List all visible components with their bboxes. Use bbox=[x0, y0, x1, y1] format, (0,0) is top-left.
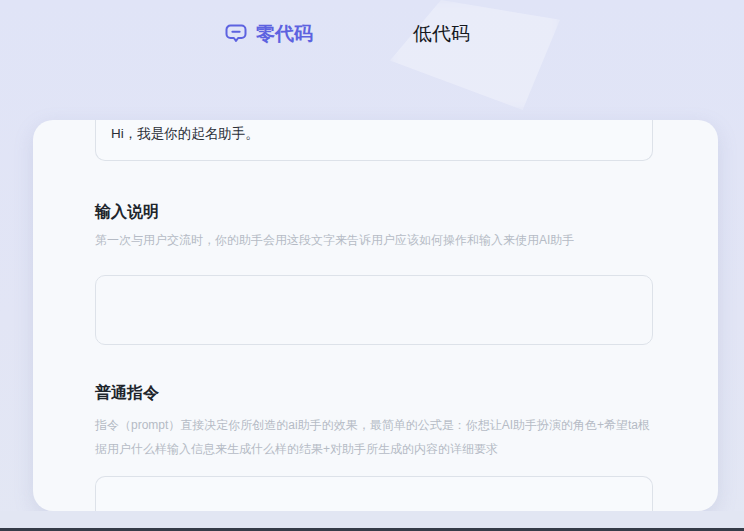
opening-message-field[interactable]: Hi，我是你的起名助手。 bbox=[95, 120, 653, 161]
chat-bubble-icon bbox=[225, 24, 247, 44]
section-title-prompt: 普通指令 bbox=[95, 383, 159, 403]
assistant-config-card: Hi，我是你的起名助手。 输入说明 第一次与用户交流时，你的助手会用这段文字来告… bbox=[33, 120, 718, 511]
input-instructions-field[interactable] bbox=[95, 275, 653, 345]
tab-low-code[interactable]: 低代码 bbox=[413, 22, 470, 46]
tab-zero-code-label: 零代码 bbox=[256, 22, 313, 46]
section-title-input-instructions: 输入说明 bbox=[95, 202, 159, 222]
mode-tabbar: 零代码 低代码 bbox=[225, 22, 470, 46]
backdrop-decoration bbox=[390, 0, 560, 110]
section-description-input-instructions: 第一次与用户交流时，你的助手会用这段文字来告诉用户应该如何操作和输入来使用AI助… bbox=[95, 229, 657, 253]
tab-low-code-label: 低代码 bbox=[413, 22, 470, 46]
footer-band bbox=[0, 511, 744, 528]
section-description-prompt: 指令（prompt）直接决定你所创造的ai助手的效果，最简单的公式是：你想让AI… bbox=[95, 414, 657, 461]
prompt-field[interactable] bbox=[95, 476, 653, 511]
tab-zero-code[interactable]: 零代码 bbox=[225, 22, 313, 46]
opening-message-value: Hi，我是你的起名助手。 bbox=[96, 120, 652, 143]
